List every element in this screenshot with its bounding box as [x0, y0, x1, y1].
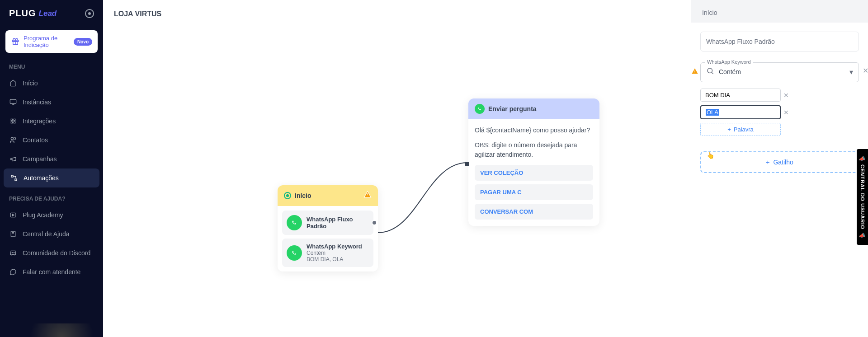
help-item-discord[interactable]: Comunidade do Discord: [0, 243, 103, 262]
start-node-header: Início: [278, 185, 378, 206]
question-option[interactable]: PAGAR UMA C: [475, 184, 593, 200]
promo-card[interactable]: Programa de Indicação Novo: [5, 30, 98, 53]
menu-label: Início: [23, 80, 38, 87]
discord-icon: [9, 249, 17, 257]
menu-item-instancias[interactable]: Instâncias: [0, 93, 103, 112]
help-label: Plug Academy: [23, 211, 63, 219]
monitor-icon: [9, 98, 17, 106]
sidebar: PLUG Lead Programa de Indicação Novo MEN…: [0, 0, 103, 337]
whatsapp-icon: [287, 215, 302, 230]
help-label: Central de Ajuda: [23, 230, 70, 238]
logo-text-1: PLUG: [9, 8, 36, 19]
menu-item-campanhas[interactable]: Campanhas: [0, 150, 103, 168]
flow-item-keyword[interactable]: WhatsApp Keyword Contém BOM DIA, OLA: [282, 239, 373, 267]
logo: PLUG Lead: [9, 8, 57, 19]
connector-target[interactable]: [465, 162, 469, 166]
help-item-central[interactable]: Central de Ajuda: [0, 225, 103, 243]
question-node[interactable]: Enviar pergunta Olá ${contactName} como …: [468, 98, 599, 226]
menu-item-automacoes[interactable]: Automações: [4, 168, 99, 187]
logo-area: PLUG Lead: [0, 0, 103, 27]
close-icon[interactable]: ✕: [863, 66, 868, 75]
promo-badge: Novo: [74, 38, 92, 46]
question-body: Olá ${contactName} como posso ajudar? OB…: [468, 119, 599, 226]
menu-item-contatos[interactable]: Contatos: [0, 131, 103, 150]
start-node[interactable]: Início WhatsApp Fluxo Padrão: [278, 185, 378, 271]
question-header: Enviar pergunta: [468, 98, 599, 119]
menu-label: Instâncias: [23, 98, 51, 106]
svg-point-8: [708, 68, 712, 73]
flow-item-text: WhatsApp Keyword Contém BOM DIA, OLA: [307, 243, 362, 262]
user-central-tab[interactable]: 📣 CENTRAL DO USUÁRIO 📣: [857, 149, 868, 245]
logo-text-2: Lead: [39, 9, 57, 18]
keyword-tag-row: BOM DIA ✕: [700, 89, 859, 102]
help-item-atendente[interactable]: Falar com atendente: [0, 262, 103, 281]
home-icon: [9, 79, 17, 87]
plus-icon: +: [727, 126, 731, 133]
keyword-tag-input[interactable]: BOM DIA: [700, 89, 781, 102]
keyword-tag-row: OLA ✕: [700, 105, 859, 119]
connector-dot[interactable]: [372, 220, 377, 225]
sidebar-avatar: [0, 323, 103, 337]
chat-icon: [9, 268, 17, 276]
menu-item-integracoes[interactable]: Integrações: [0, 112, 103, 131]
theme-toggle[interactable]: [85, 9, 94, 18]
search-icon: [706, 67, 714, 77]
play-icon: [9, 211, 17, 219]
chevron-down-icon: ▾: [849, 68, 853, 76]
menu-section-label: MENU: [0, 60, 103, 74]
help-label: Comunidade do Discord: [23, 249, 90, 257]
flow-name-input-wrap[interactable]: [700, 32, 859, 51]
question-text-2: OBS: digite o número desejada para agili…: [475, 140, 593, 159]
promo-label: Programa de Indicação: [24, 35, 70, 48]
page-title: LOJA VIRTUS: [103, 0, 691, 28]
whatsapp-icon: [287, 245, 302, 261]
connector-line: [373, 158, 476, 239]
panel-header: Início: [691, 0, 868, 23]
question-text-1: Olá ${contactName} como posso ajudar?: [475, 126, 593, 135]
flow-item-text: WhatsApp Fluxo Padrão: [307, 216, 369, 229]
main-area: LOJA VIRTUS Início WhatsApp Flu: [103, 0, 691, 337]
plus-icon: +: [766, 159, 769, 166]
question-option[interactable]: VER COLEÇÃO: [475, 165, 593, 181]
warning-icon: [363, 191, 372, 201]
question-option[interactable]: CONVERSAR COM: [475, 204, 593, 220]
megaphone-icon: [9, 155, 17, 163]
book-icon: [9, 230, 17, 238]
svg-rect-2: [10, 99, 16, 103]
cursor-indicator: 👆: [707, 152, 714, 159]
keyword-tag-input-active[interactable]: OLA: [700, 105, 781, 119]
help-label: Falar com atendente: [23, 268, 80, 276]
flow-name-input[interactable]: [706, 38, 853, 45]
users-icon: [9, 136, 17, 144]
menu-label: Contatos: [23, 136, 48, 144]
help-item-academy[interactable]: Plug Academy: [0, 206, 103, 225]
svg-rect-4: [11, 175, 13, 177]
remove-tag-icon[interactable]: ✕: [783, 92, 789, 99]
warning-icon: [691, 68, 698, 77]
whatsapp-icon: [475, 104, 485, 114]
question-title: Enviar pergunta: [488, 105, 537, 112]
start-node-body: WhatsApp Fluxo Padrão WhatsApp Keyword C…: [278, 206, 378, 271]
flow-canvas[interactable]: Início WhatsApp Fluxo Padrão: [103, 27, 691, 337]
add-trigger-button[interactable]: + Gatilho: [700, 151, 859, 173]
keyword-field-label: WhatsApp Keyword: [705, 59, 753, 65]
workflow-icon: [10, 174, 18, 182]
menu-label: Integrações: [23, 117, 56, 125]
svg-point-3: [11, 137, 13, 140]
flow-item-default[interactable]: WhatsApp Fluxo Padrão: [282, 211, 373, 235]
menu-item-inicio[interactable]: Início: [0, 74, 103, 93]
keyword-mode-select[interactable]: WhatsApp Keyword ✕ Contém ▾: [700, 62, 859, 82]
menu-label: Campanhas: [23, 155, 57, 163]
panel-content: WhatsApp Keyword ✕ Contém ▾ BOM DIA ✕ OL…: [691, 23, 868, 337]
puzzle-icon: [9, 117, 17, 125]
add-keyword-button[interactable]: + Palavra: [700, 123, 781, 136]
svg-rect-5: [15, 179, 17, 181]
mode-value: Contém: [719, 66, 845, 77]
start-icon: [284, 192, 291, 199]
right-panel: Início WhatsApp Keyword ✕ Contém ▾: [691, 0, 868, 337]
remove-tag-icon[interactable]: ✕: [783, 109, 789, 116]
menu-label: Automações: [24, 174, 59, 182]
help-section-label: PRECISA DE AJUDA?: [0, 187, 103, 206]
start-node-title: Início: [295, 192, 311, 199]
gift-icon: [11, 37, 20, 46]
